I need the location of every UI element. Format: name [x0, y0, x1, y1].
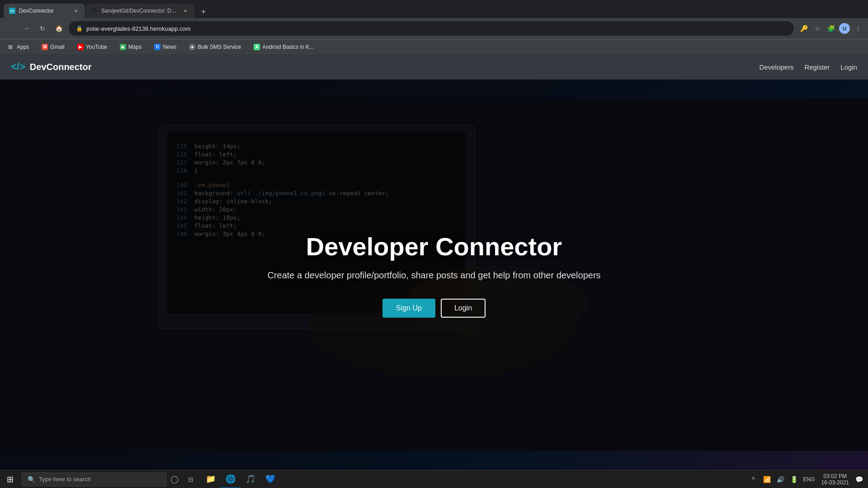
tab-favicon-devconnector: </> — [9, 8, 15, 14]
menu-icon[interactable]: ⋮ — [852, 22, 864, 35]
start-button[interactable]: ⊞ — [0, 470, 20, 488]
vscode-icon: 💙 — [265, 474, 275, 484]
forward-button[interactable]: → — [20, 22, 33, 35]
profile-icon[interactable]: U — [838, 22, 851, 35]
nav-link-register[interactable]: Register — [804, 63, 830, 71]
tab-title-github: SarvjeetGit/DevConnector: DevC... — [101, 8, 178, 14]
taskbar-right-area: ^ 📶 🔊 🔋 ENG 03:02 PM 16-03-2021 💬 — [747, 470, 868, 488]
bookmark-gmail[interactable]: M Gmail — [39, 43, 67, 51]
bookmark-bulk-sms-label: Bulk SMS Service — [198, 44, 241, 50]
bookmark-apps-label: Apps — [17, 44, 29, 50]
extensions-icon[interactable]: 🧩 — [825, 22, 837, 35]
logo-code-icon: </> — [11, 61, 25, 73]
taskbar-app-chrome[interactable]: 🌐 — [221, 470, 241, 488]
language-indicator[interactable]: ENG — [802, 476, 817, 483]
taskbar-search-box[interactable]: 🔍 Type here to search — [22, 473, 166, 486]
hero-subtitle: Create a developer profile/portfolio, sh… — [267, 270, 600, 281]
tab-close-github[interactable]: ✕ — [182, 7, 189, 14]
taskbar-search-text: Type here to search — [39, 476, 91, 483]
bookmark-maps[interactable]: ◉ Maps — [117, 43, 144, 51]
site-navbar: </> DevConnector Developers Register Log… — [0, 54, 868, 80]
taskbar: ⊞ 🔍 Type here to search ◯ ⊟ 📁 🌐 🎵 💙 ^ 📶 … — [0, 470, 868, 488]
action-center-button[interactable]: 💬 — [854, 470, 864, 488]
hero-content: Developer Connector Create a developer p… — [267, 232, 600, 318]
hero-title: Developer Connector — [267, 232, 600, 261]
notification-icon: 💬 — [855, 476, 863, 483]
tab-favicon-github — [91, 8, 98, 14]
tab-close-devconnector[interactable]: ✕ — [72, 7, 80, 14]
taskbar-pinned-apps: 📁 🌐 🎵 💙 — [201, 470, 280, 488]
taskbar-app-file-explorer[interactable]: 📁 — [201, 470, 221, 488]
clock-date: 16-03-2021 — [821, 479, 849, 486]
user-avatar: U — [839, 23, 850, 34]
toolbar-icons: 🔑 ☆ 🧩 U ⋮ — [797, 22, 864, 35]
key-icon[interactable]: 🔑 — [797, 22, 810, 35]
home-button[interactable]: 🏠 — [52, 22, 65, 35]
cortana-button[interactable]: ◯ — [166, 470, 183, 488]
search-icon: 🔍 — [28, 476, 35, 483]
tab-github[interactable]: SarvjeetGit/DevConnector: DevC... ✕ — [86, 4, 194, 18]
nav-link-login[interactable]: Login — [840, 63, 857, 71]
bookmark-gmail-label: Gmail — [50, 44, 64, 50]
new-tab-button[interactable]: + — [197, 5, 210, 18]
windows-icon: ⊞ — [7, 474, 14, 484]
youtube-favicon-icon: ▶ — [77, 44, 84, 50]
gmail-favicon-icon: M — [42, 44, 48, 50]
bookmarks-bar: ⊞ Apps M Gmail ▶ YouTube ◉ Maps N News ●… — [0, 39, 868, 54]
file-explorer-icon: 📁 — [206, 474, 216, 484]
apps-favicon-icon: ⊞ — [8, 44, 14, 50]
taskbar-app-vscode[interactable]: 💙 — [260, 470, 280, 488]
site-nav-links: Developers Register Login — [760, 63, 857, 71]
reload-button[interactable]: ↻ — [36, 22, 49, 35]
battery-icon[interactable]: 🔋 — [788, 470, 801, 488]
cortana-icon: ◯ — [170, 475, 179, 483]
media-player-icon: 🎵 — [245, 474, 255, 484]
tab-devconnector[interactable]: </> DevConnector ✕ — [4, 4, 85, 18]
url-text: polar-everglades-82138.herokuapp.com — [86, 25, 191, 32]
bookmark-maps-label: Maps — [128, 44, 142, 50]
clock-time: 03:02 PM — [824, 473, 847, 479]
bookmark-star-icon[interactable]: ☆ — [811, 22, 824, 35]
hero-buttons: Sign Up Login — [267, 299, 600, 318]
task-view-icon: ⊟ — [188, 476, 193, 483]
lock-icon: 🔒 — [76, 25, 83, 32]
taskbar-clock[interactable]: 03:02 PM 16-03-2021 — [818, 470, 853, 488]
maps-favicon-icon: ◉ — [120, 44, 126, 50]
volume-icon[interactable]: 🔊 — [774, 470, 787, 488]
network-icon[interactable]: 📶 — [761, 470, 774, 488]
tab-bar: </> DevConnector ✕ SarvjeetGit/DevConnec… — [0, 0, 868, 18]
chrome-browser: </> DevConnector ✕ SarvjeetGit/DevConnec… — [0, 0, 868, 54]
address-input[interactable]: 🔒 polar-everglades-82138.herokuapp.com — [69, 21, 794, 36]
hero-section: 135 height: 14px; 136 float: left; 137 m… — [0, 80, 868, 470]
bookmark-bulk-sms[interactable]: ● Bulk SMS Service — [186, 43, 244, 51]
site-logo[interactable]: </> DevConnector — [11, 61, 92, 73]
login-button[interactable]: Login — [441, 299, 486, 318]
back-button[interactable]: ← — [4, 22, 16, 35]
bookmark-android[interactable]: A Android Basics in K... — [251, 43, 316, 51]
signup-button[interactable]: Sign Up — [382, 299, 435, 318]
address-bar: ← → ↻ 🏠 🔒 polar-everglades-82138.herokua… — [0, 18, 868, 39]
android-favicon-icon: A — [254, 44, 260, 50]
task-view-button[interactable]: ⊟ — [183, 470, 199, 488]
chrome-icon: 🌐 — [226, 474, 236, 484]
bookmark-youtube[interactable]: ▶ YouTube — [75, 43, 110, 51]
bulk-sms-favicon-icon: ● — [189, 44, 195, 50]
bookmark-youtube-label: YouTube — [86, 44, 107, 50]
tab-title-devconnector: DevConnector — [19, 8, 69, 14]
taskbar-app-media[interactable]: 🎵 — [241, 470, 260, 488]
website-content: </> DevConnector Developers Register Log… — [0, 54, 868, 470]
logo-text: DevConnector — [30, 62, 92, 72]
news-favicon-icon: N — [154, 44, 160, 50]
bookmark-apps[interactable]: ⊞ Apps — [5, 43, 32, 51]
bookmark-news-label: News — [163, 44, 176, 50]
notification-area-expand-icon[interactable]: ^ — [747, 470, 760, 488]
bookmark-news[interactable]: N News — [151, 43, 179, 51]
bookmark-android-label: Android Basics in K... — [262, 44, 314, 50]
nav-link-developers[interactable]: Developers — [760, 63, 794, 71]
